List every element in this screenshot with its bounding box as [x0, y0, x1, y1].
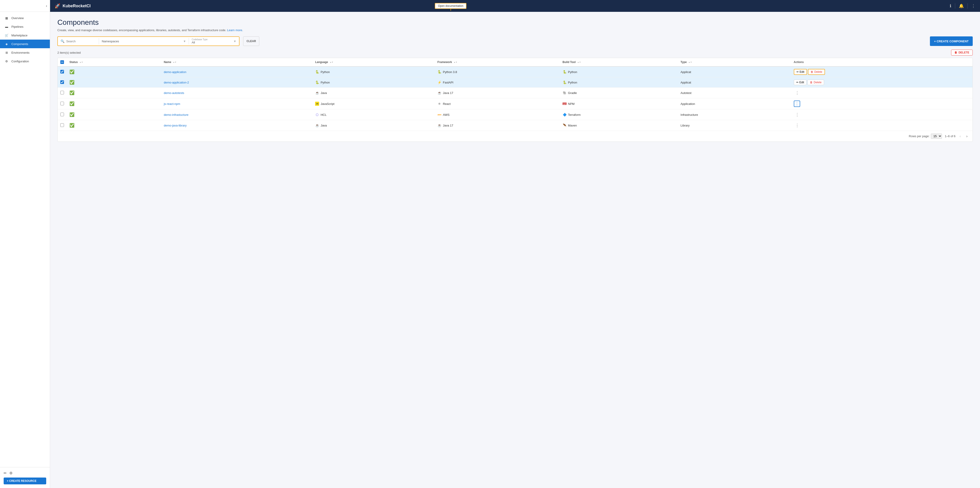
create-component-button[interactable]: + CREATE COMPONENT: [930, 36, 973, 46]
rows-per-page-select[interactable]: 15 25 50: [931, 133, 942, 139]
language-icon: 🐍: [315, 70, 319, 74]
row-actions-cell: ⋮: [791, 98, 972, 109]
row-checkbox[interactable]: [60, 123, 64, 127]
status-ok-icon: ✅: [70, 80, 75, 85]
sidebar-item-label-pipelines: Pipelines: [11, 25, 24, 29]
row-checkbox-cell: [57, 98, 67, 109]
row-checkbox[interactable]: [60, 102, 64, 105]
rocket-icon: 🚀: [55, 3, 60, 9]
component-name-link[interactable]: js-react-npm: [164, 102, 180, 106]
sidebar-item-label-configuration: Configuration: [11, 60, 29, 63]
row-build-tool-cell: 🐍 Python: [560, 78, 678, 87]
sidebar-item-components[interactable]: ◈ Components: [0, 40, 50, 48]
component-name-link[interactable]: demo-java-library: [164, 124, 186, 127]
row-status-cell: ✅: [67, 67, 161, 78]
row-language-cell: JS JavaScript: [312, 98, 434, 109]
status-ok-icon: ✅: [70, 112, 75, 117]
codebase-type-value: All: [192, 41, 232, 44]
row-checkbox[interactable]: [60, 70, 64, 73]
framework-label: React: [443, 102, 450, 106]
row-checkbox-cell: [57, 109, 67, 120]
build-tool-sort-arrows[interactable]: ▲▼: [577, 62, 581, 63]
table-row: ✅ js-react-npm JS JavaScript: [57, 98, 972, 109]
search-input[interactable]: [66, 40, 94, 43]
build-tool-icon: 🐍: [563, 70, 566, 74]
status-ok-icon: ✅: [70, 101, 75, 106]
framework-sort-arrows[interactable]: ▲▼: [454, 62, 457, 63]
language-icon: ☕: [315, 123, 319, 127]
row-actions-dots-button[interactable]: ⋮: [794, 112, 800, 117]
row-checkbox-cell: [57, 67, 67, 78]
row-type-cell: Applicat: [678, 67, 791, 78]
row-actions-dots-button[interactable]: ⋮: [794, 90, 800, 96]
more-menu-button[interactable]: ⋮: [971, 3, 975, 8]
row-checkbox[interactable]: [60, 112, 64, 116]
sidebar-item-environments[interactable]: ⊞ Environments: [0, 48, 50, 57]
learn-more-link[interactable]: Learn more.: [227, 29, 243, 32]
framework-label: FastAPI: [443, 81, 453, 84]
next-page-button[interactable]: ›: [965, 134, 969, 139]
language-label: JavaScript: [321, 102, 334, 106]
row-checkbox-cell: [57, 120, 67, 131]
row-name-cell: demo-infrastucture: [161, 109, 312, 120]
edit-button[interactable]: ✏ Edit: [794, 80, 807, 85]
table-row: ✅ demo-autotests ☕ Java: [57, 87, 972, 98]
component-name-link[interactable]: demo-application: [164, 70, 186, 74]
row-build-tool-cell: 🔷 Terraform: [560, 109, 678, 120]
row-language-cell: ⬡ HCL: [312, 109, 434, 120]
row-name-cell: demo-java-library: [161, 120, 312, 131]
open-documentation-tooltip: Open documentation: [435, 3, 466, 9]
row-status-cell: ✅: [67, 78, 161, 87]
row-checkbox[interactable]: [60, 91, 64, 94]
topbar: 🚀 KubeRocketCI Open documentation ℹ 🔔 ⋮: [50, 0, 980, 12]
th-language: Language ▲▼: [312, 58, 434, 67]
sidebar-item-marketplace[interactable]: 🛒 Marketplace: [0, 31, 50, 40]
component-name-link[interactable]: demo-application-2: [164, 81, 189, 84]
build-tool-icon: 🐍: [563, 80, 566, 84]
row-actions-cell: ✏ Edit 🗑 Delete: [791, 78, 972, 87]
type-sort-arrows[interactable]: ▲▼: [688, 62, 692, 63]
component-name-link[interactable]: demo-autotests: [164, 91, 184, 95]
delete-selected-button[interactable]: 🗑 DELETE: [951, 49, 973, 55]
row-checkbox-cell: [57, 78, 67, 87]
prev-page-button[interactable]: ‹: [958, 134, 962, 139]
namespaces-label: Namespaces: [102, 40, 119, 43]
clear-button[interactable]: CLEAR: [243, 36, 259, 46]
language-icon: ☕: [315, 91, 319, 95]
indeterminate-checkbox[interactable]: [60, 60, 64, 64]
sidebar-collapse-button[interactable]: ‹: [46, 4, 47, 8]
codebase-type-label: Codebase Type: [192, 38, 232, 41]
row-framework-cell: 🐍 Python 3.8: [434, 67, 560, 78]
namespaces-dropdown[interactable]: Namespaces ▼: [99, 38, 189, 44]
status-sort-arrows[interactable]: ▲▼: [80, 62, 83, 63]
codebase-type-dropdown[interactable]: Codebase Type All ▼: [189, 37, 239, 46]
language-label: Python: [321, 70, 329, 74]
row-name-cell: demo-application-2: [161, 78, 312, 87]
framework-icon: ☕: [437, 123, 441, 127]
delete-button[interactable]: 🗑 Delete: [807, 80, 824, 85]
component-name-link[interactable]: demo-infrastucture: [164, 113, 188, 116]
framework-label: Python 3.8: [443, 70, 457, 74]
framework-icon: 🐍: [437, 70, 441, 74]
sidebar-item-configuration[interactable]: ⚙ Configuration: [0, 57, 50, 65]
table-row: ✅ demo-application 🐍 Python: [57, 67, 972, 78]
row-actions-menu-button[interactable]: ⋮: [794, 101, 800, 107]
sidebar-item-overview[interactable]: ▦ Overview: [0, 14, 50, 22]
header-checkbox-wrap: [60, 60, 64, 64]
row-checkbox[interactable]: [60, 80, 64, 84]
th-build-tool: Build Tool ▲▼: [560, 58, 678, 67]
row-name-cell: demo-autotests: [161, 87, 312, 98]
sidebar-item-pipelines[interactable]: ▬ Pipelines: [0, 22, 50, 31]
language-sort-arrows[interactable]: ▲▼: [329, 62, 333, 63]
page-info: 1–6 of 6: [945, 135, 955, 138]
th-framework: Framework ▲▼: [434, 58, 560, 67]
notifications-button[interactable]: 🔔: [959, 3, 964, 8]
info-button[interactable]: ℹ: [950, 3, 951, 8]
row-actions-dots-button[interactable]: ⋮: [794, 122, 800, 128]
delete-button[interactable]: 🗑 Delete: [808, 69, 825, 75]
edit-button[interactable]: ✏ Edit: [794, 69, 807, 75]
row-framework-cell: ⚡ FastAPI: [434, 78, 560, 87]
create-resource-button[interactable]: + CREATE RESOURCE: [4, 477, 46, 484]
name-sort-arrows[interactable]: ▲▼: [173, 62, 177, 63]
pipelines-icon: ▬: [5, 25, 9, 29]
